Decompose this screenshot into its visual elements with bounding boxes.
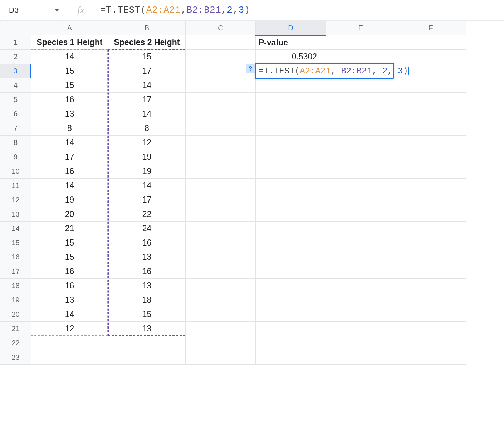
- cell-A20[interactable]: 14: [31, 307, 108, 322]
- cell-B12[interactable]: 17: [108, 193, 186, 207]
- cell-A8[interactable]: 14: [31, 136, 108, 150]
- cell-C3[interactable]: [186, 64, 256, 78]
- cell-A5[interactable]: 16: [31, 93, 108, 107]
- row-header-15[interactable]: 15: [0, 236, 31, 250]
- cell-C10[interactable]: [186, 164, 256, 179]
- cell-F22[interactable]: [396, 336, 466, 350]
- cell-B22[interactable]: [108, 336, 186, 350]
- cell-F7[interactable]: [396, 121, 466, 136]
- cell-E21[interactable]: [326, 322, 396, 336]
- cell-B3[interactable]: 17: [108, 64, 186, 78]
- row-header-6[interactable]: 6: [0, 107, 31, 121]
- cell-C19[interactable]: [186, 293, 256, 307]
- cell-A9[interactable]: 17: [31, 150, 108, 164]
- cell-C17[interactable]: [186, 264, 256, 279]
- cell-E9[interactable]: [326, 150, 396, 164]
- row-header-23[interactable]: 23: [0, 350, 31, 365]
- cell-D16[interactable]: [256, 250, 326, 264]
- cell-B19[interactable]: 18: [108, 293, 186, 307]
- cell-A3[interactable]: 15: [31, 64, 108, 78]
- cell-F16[interactable]: [396, 250, 466, 264]
- cell-F9[interactable]: [396, 150, 466, 164]
- cell-F5[interactable]: [396, 93, 466, 107]
- cell-A7[interactable]: 8: [31, 121, 108, 136]
- cell-B23[interactable]: [108, 350, 186, 365]
- cell-F19[interactable]: [396, 293, 466, 307]
- cell-E20[interactable]: [326, 307, 396, 322]
- cell-D14[interactable]: [256, 222, 326, 236]
- cell-A2[interactable]: 14: [31, 50, 108, 64]
- cell-F11[interactable]: [396, 179, 466, 193]
- row-header-12[interactable]: 12: [0, 193, 31, 207]
- cell-A16[interactable]: 15: [31, 250, 108, 264]
- cell-C6[interactable]: [186, 107, 256, 121]
- cell-C1[interactable]: [186, 35, 256, 50]
- cell-A23[interactable]: [31, 350, 108, 365]
- cell-E4[interactable]: [326, 78, 396, 93]
- cell-C23[interactable]: [186, 350, 256, 365]
- row-header-22[interactable]: 22: [0, 336, 31, 350]
- cell-C11[interactable]: [186, 179, 256, 193]
- cell-A11[interactable]: 14: [31, 179, 108, 193]
- row-header-1[interactable]: 1: [0, 35, 31, 50]
- cell-F1[interactable]: [396, 35, 466, 50]
- row-header-11[interactable]: 11: [0, 179, 31, 193]
- cell-E11[interactable]: [326, 179, 396, 193]
- cell-B17[interactable]: 16: [108, 264, 186, 279]
- cell-C7[interactable]: [186, 121, 256, 136]
- cell-A10[interactable]: 16: [31, 164, 108, 179]
- cell-D15[interactable]: [256, 236, 326, 250]
- cell-B20[interactable]: 15: [108, 307, 186, 322]
- cell-A17[interactable]: 16: [31, 264, 108, 279]
- cell-D22[interactable]: [256, 336, 326, 350]
- cell-E17[interactable]: [326, 264, 396, 279]
- formula-help-icon[interactable]: ?: [246, 64, 255, 73]
- cell-A18[interactable]: 16: [31, 279, 108, 293]
- cell-F18[interactable]: [396, 279, 466, 293]
- cell-D20[interactable]: [256, 307, 326, 322]
- row-header-19[interactable]: 19: [0, 293, 31, 307]
- cell-B8[interactable]: 12: [108, 136, 186, 150]
- cell-D21[interactable]: [256, 322, 326, 336]
- cell-D1[interactable]: P-value: [256, 35, 326, 50]
- name-box[interactable]: D3: [4, 3, 63, 17]
- cell-A15[interactable]: 15: [31, 236, 108, 250]
- row-header-9[interactable]: 9: [0, 150, 31, 164]
- cell-E18[interactable]: [326, 279, 396, 293]
- row-header-14[interactable]: 14: [0, 222, 31, 236]
- cell-E22[interactable]: [326, 336, 396, 350]
- cell-E16[interactable]: [326, 250, 396, 264]
- cell-D10[interactable]: [256, 164, 326, 179]
- cell-C12[interactable]: [186, 193, 256, 207]
- row-header-17[interactable]: 17: [0, 264, 31, 279]
- cell-C22[interactable]: [186, 336, 256, 350]
- cell-C5[interactable]: [186, 93, 256, 107]
- cell-C4[interactable]: [186, 78, 256, 93]
- cell-A4[interactable]: 15: [31, 78, 108, 93]
- cell-B7[interactable]: 8: [108, 121, 186, 136]
- col-header-B[interactable]: B: [108, 21, 186, 35]
- cell-D6[interactable]: [256, 107, 326, 121]
- col-header-A[interactable]: A: [31, 21, 108, 35]
- row-header-7[interactable]: 7: [0, 121, 31, 136]
- row-header-10[interactable]: 10: [0, 164, 31, 179]
- cell-C21[interactable]: [186, 322, 256, 336]
- cell-B18[interactable]: 13: [108, 279, 186, 293]
- cell-A21[interactable]: 12: [31, 322, 108, 336]
- cell-E1[interactable]: [326, 35, 396, 50]
- cell-F6[interactable]: [396, 107, 466, 121]
- cell-F12[interactable]: [396, 193, 466, 207]
- cell-B2[interactable]: 15: [108, 50, 186, 64]
- cell-F2[interactable]: [396, 50, 466, 64]
- cell-C8[interactable]: [186, 136, 256, 150]
- cell-C18[interactable]: [186, 279, 256, 293]
- cell-B9[interactable]: 19: [108, 150, 186, 164]
- cell-D13[interactable]: [256, 207, 326, 222]
- cell-E8[interactable]: [326, 136, 396, 150]
- cell-F4[interactable]: [396, 78, 466, 93]
- cell-D23[interactable]: [256, 350, 326, 365]
- cell-D18[interactable]: [256, 279, 326, 293]
- cell-F23[interactable]: [396, 350, 466, 365]
- cell-E7[interactable]: [326, 121, 396, 136]
- cell-C9[interactable]: [186, 150, 256, 164]
